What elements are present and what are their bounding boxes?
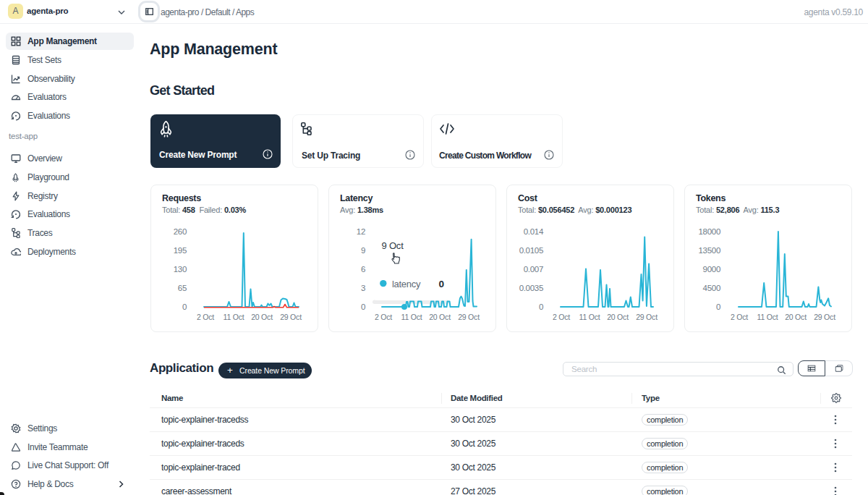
svg-text:latency: latency — [392, 279, 421, 289]
svg-text:130: 130 — [174, 265, 187, 274]
svg-text:11 Oct: 11 Oct — [757, 313, 778, 321]
svg-text:0.0105: 0.0105 — [519, 246, 543, 255]
svg-text:260: 260 — [174, 227, 187, 236]
svg-text:0.007: 0.007 — [524, 265, 543, 274]
svg-text:20 Oct: 20 Oct — [429, 313, 451, 321]
svg-text:0: 0 — [716, 302, 720, 311]
svg-text:6: 6 — [361, 265, 365, 274]
svg-text:20 Oct: 20 Oct — [251, 313, 273, 321]
svg-text:0: 0 — [539, 302, 543, 311]
svg-text:29 Oct: 29 Oct — [636, 313, 658, 321]
svg-text:0.0035: 0.0035 — [519, 284, 543, 292]
svg-text:29 Oct: 29 Oct — [814, 313, 835, 321]
svg-text:29 Oct: 29 Oct — [458, 313, 480, 321]
svg-text:18000: 18000 — [699, 227, 720, 236]
svg-text:11 Oct: 11 Oct — [224, 313, 244, 321]
svg-text:0: 0 — [182, 302, 187, 311]
svg-text:20 Oct: 20 Oct — [785, 313, 807, 321]
svg-text:11 Oct: 11 Oct — [579, 313, 600, 321]
svg-text:0: 0 — [361, 302, 365, 311]
svg-text:195: 195 — [174, 246, 187, 255]
svg-text:0.014: 0.014 — [524, 227, 544, 236]
svg-text:4500: 4500 — [703, 284, 720, 292]
svg-text:2 Oct: 2 Oct — [375, 313, 392, 321]
svg-text:9 Oct: 9 Oct — [382, 240, 404, 251]
svg-text:2 Oct: 2 Oct — [731, 313, 748, 321]
svg-text:20 Oct: 20 Oct — [607, 313, 629, 321]
svg-text:65: 65 — [178, 284, 187, 292]
svg-text:9000: 9000 — [703, 265, 720, 274]
svg-text:9: 9 — [361, 246, 365, 255]
svg-text:0: 0 — [439, 279, 445, 289]
svg-text:2 Oct: 2 Oct — [197, 313, 214, 321]
svg-text:2 Oct: 2 Oct — [553, 313, 570, 321]
svg-text:29 Oct: 29 Oct — [280, 313, 302, 321]
svg-text:3: 3 — [361, 284, 365, 292]
svg-text:13500: 13500 — [699, 246, 720, 255]
svg-text:12: 12 — [357, 227, 365, 236]
svg-text:11 Oct: 11 Oct — [401, 313, 422, 321]
